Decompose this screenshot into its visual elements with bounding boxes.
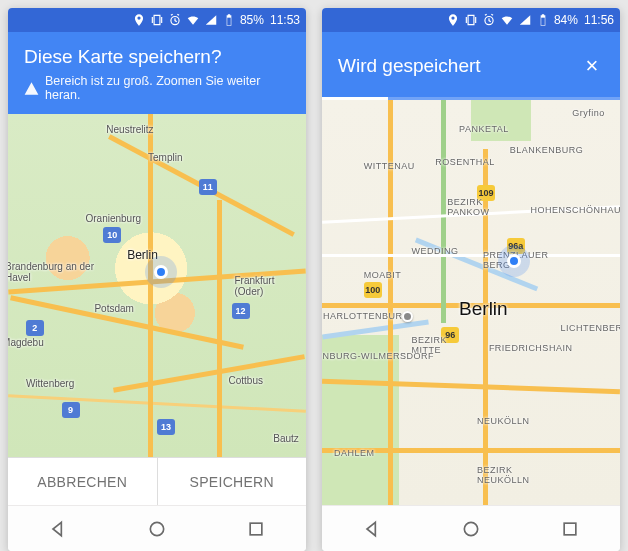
close-button[interactable]: × bbox=[576, 50, 608, 82]
map-label: Gryfino bbox=[572, 108, 605, 118]
phone-left: 85% 11:53 Diese Karte speichern? Bereich… bbox=[8, 8, 306, 551]
map-label: Templin bbox=[148, 152, 182, 163]
home-button[interactable] bbox=[453, 511, 489, 547]
map-label: Oranienburg bbox=[85, 213, 141, 224]
map-label: DAHLEM bbox=[334, 448, 375, 458]
back-button[interactable] bbox=[40, 511, 76, 547]
map-area-zoomed-out[interactable]: 11 10 2 12 13 9 Neustrelitz Templin Oran… bbox=[8, 114, 306, 457]
wifi-icon bbox=[186, 13, 200, 27]
home-button[interactable] bbox=[139, 511, 175, 547]
map-label: BEZIRK PANKOW bbox=[447, 197, 507, 217]
map-label: WEDDING bbox=[411, 246, 458, 256]
status-bar: 84% 11:56 bbox=[322, 8, 620, 32]
svg-rect-3 bbox=[250, 523, 262, 535]
road-shield: 12 bbox=[232, 303, 250, 319]
road-shield: 100 bbox=[364, 282, 382, 298]
road-shield: 10 bbox=[103, 227, 121, 243]
map-label: ENBURG-WILMERSDORF bbox=[322, 351, 434, 361]
svg-rect-7 bbox=[564, 523, 576, 535]
map-label: NEUKÖLLN bbox=[477, 416, 530, 426]
map-label: Neustrelitz bbox=[106, 124, 153, 135]
wifi-icon bbox=[500, 13, 514, 27]
map-label: BEZIRK NEUKÖLLN bbox=[477, 465, 537, 485]
svg-rect-5 bbox=[541, 18, 545, 26]
map-label: PANKETAL bbox=[459, 124, 509, 134]
status-bar: 85% 11:53 bbox=[8, 8, 306, 32]
battery-icon bbox=[536, 13, 550, 27]
vibrate-icon bbox=[150, 13, 164, 27]
road-shield: 11 bbox=[199, 179, 217, 195]
android-navbar bbox=[322, 505, 620, 551]
svg-point-6 bbox=[464, 522, 477, 535]
road-shield: 2 bbox=[26, 320, 44, 336]
map-label: LICHTENBERG bbox=[560, 323, 620, 333]
saving-header: Wird gespeichert × bbox=[322, 32, 620, 100]
map-label: Frankfurt (Oder) bbox=[234, 275, 304, 297]
svg-point-2 bbox=[150, 522, 163, 535]
map-label-berlin: Berlin bbox=[459, 298, 508, 320]
warning-row: Bereich ist zu groß. Zoomen Sie weiter h… bbox=[24, 74, 290, 102]
road-shield: 9 bbox=[62, 402, 80, 418]
footer-buttons: ABBRECHEN SPEICHERN bbox=[8, 457, 306, 505]
map-label: WITTENAU bbox=[364, 161, 415, 171]
recent-apps-button[interactable] bbox=[238, 511, 274, 547]
cancel-button[interactable]: ABBRECHEN bbox=[8, 458, 157, 505]
map-label: Brandenburg an der Havel bbox=[8, 261, 95, 283]
map-label: Potsdam bbox=[94, 303, 133, 314]
map-label-berlin: Berlin bbox=[127, 248, 158, 262]
header-title: Diese Karte speichern? bbox=[24, 46, 290, 68]
road-shield: 13 bbox=[157, 419, 175, 435]
map-label: CHARLOTTENBURG bbox=[322, 311, 410, 321]
alarm-icon bbox=[168, 13, 182, 27]
map-label: ROSENTHAL bbox=[435, 157, 495, 167]
map-label: FRIEDRICHSHAIN bbox=[489, 343, 573, 353]
map-label: BLANKENBURG bbox=[510, 145, 584, 155]
android-navbar bbox=[8, 505, 306, 551]
map-label: Magdebu bbox=[8, 337, 44, 348]
svg-rect-1 bbox=[227, 18, 231, 26]
battery-pct: 84% bbox=[554, 13, 578, 27]
save-map-header: Diese Karte speichern? Bereich ist zu gr… bbox=[8, 32, 306, 114]
my-location-dot bbox=[507, 254, 521, 268]
map-label: MOABIT bbox=[364, 270, 402, 280]
phone-right: 84% 11:56 Wird gespeichert × 100 96a 96 … bbox=[322, 8, 620, 551]
map-label: Cottbus bbox=[229, 375, 263, 386]
header-title: Wird gespeichert bbox=[338, 55, 481, 77]
map-label: HOHENSCHÖNHAUSEN bbox=[531, 205, 620, 215]
back-button[interactable] bbox=[354, 511, 390, 547]
map-label: Bautz bbox=[273, 433, 299, 444]
vibrate-icon bbox=[464, 13, 478, 27]
battery-icon bbox=[222, 13, 236, 27]
recent-apps-button[interactable] bbox=[552, 511, 588, 547]
clock-time: 11:56 bbox=[584, 13, 614, 27]
location-icon bbox=[446, 13, 460, 27]
alarm-icon bbox=[482, 13, 496, 27]
cell-signal-icon bbox=[204, 13, 218, 27]
map-label: Wittenberg bbox=[26, 378, 74, 389]
clock-time: 11:53 bbox=[270, 13, 300, 27]
my-location-dot bbox=[154, 265, 168, 279]
cell-signal-icon bbox=[518, 13, 532, 27]
location-icon bbox=[132, 13, 146, 27]
warning-icon bbox=[24, 81, 39, 96]
warning-text: Bereich ist zu groß. Zoomen Sie weiter h… bbox=[45, 74, 290, 102]
map-area-zoomed-in[interactable]: 100 96a 96 109 Berlin Gryfino PANKETAL B… bbox=[322, 100, 620, 505]
battery-pct: 85% bbox=[240, 13, 264, 27]
save-button[interactable]: SPEICHERN bbox=[157, 458, 307, 505]
